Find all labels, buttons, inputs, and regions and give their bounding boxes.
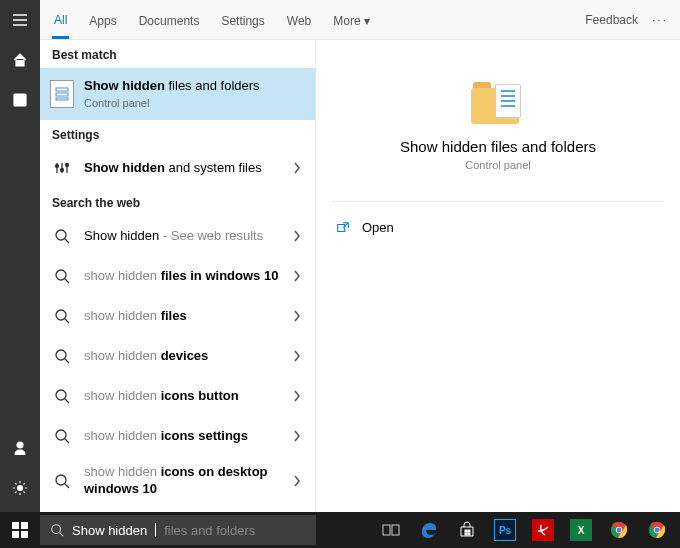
search-icon [50,469,74,493]
svg-rect-31 [468,533,470,535]
svg-rect-9 [56,98,68,100]
tab-documents[interactable]: Documents [137,2,202,37]
chevron-right-icon [289,430,305,442]
search-icon [50,523,64,537]
chevron-right-icon [289,310,305,322]
chevron-right-icon [289,270,305,282]
web-result[interactable]: show hidden icons settings [40,416,315,456]
preview-title: Show hidden files and folders [400,138,596,155]
svg-rect-8 [56,93,68,96]
chevron-right-icon [289,475,305,487]
search-icon [50,224,74,248]
results-list: Best match Show hidden files and folders… [40,40,316,512]
svg-point-18 [56,430,66,440]
tab-apps[interactable]: Apps [87,2,118,37]
search-icon [50,344,74,368]
photoshop-icon[interactable]: Ps [486,512,524,548]
tab-settings[interactable]: Settings [219,2,266,37]
web-result[interactable]: show hidden files in windows 10 [40,256,315,296]
svg-rect-21 [12,522,19,529]
search-icon [50,264,74,288]
chevron-right-icon [289,230,305,242]
svg-point-14 [56,270,66,280]
svg-rect-27 [392,525,399,535]
section-settings: Settings [40,120,315,148]
excel-icon[interactable]: X [562,512,600,548]
control-panel-icon [50,80,74,108]
chevron-down-icon: ▾ [364,14,370,28]
svg-rect-24 [21,531,28,538]
svg-point-11 [61,169,64,172]
chrome-icon[interactable] [638,512,676,548]
open-action[interactable]: Open [332,212,664,243]
windows-icon [12,522,28,538]
svg-point-2 [17,442,23,448]
start-button[interactable] [0,512,40,548]
taskview-icon[interactable] [372,512,410,548]
svg-rect-30 [465,533,467,535]
filter-tabs: All Apps Documents Settings Web More ▾ F… [40,0,680,40]
section-best-match: Best match [40,40,315,68]
user-icon[interactable] [0,428,40,468]
web-result[interactable]: show hidden icons on desktop windows 10 [40,456,315,506]
search-icon [50,384,74,408]
svg-rect-29 [468,530,470,532]
best-match-result[interactable]: Show hidden files and folders Control pa… [40,68,315,120]
svg-point-3 [18,486,23,491]
chevron-right-icon [289,162,305,174]
svg-point-34 [617,528,622,533]
svg-point-25 [52,525,61,534]
search-icon [50,424,74,448]
tab-web[interactable]: Web [285,2,313,37]
web-result[interactable]: Show hidden - See web results [40,216,315,256]
svg-point-15 [56,310,66,320]
open-icon [336,221,350,235]
best-match-subtitle: Control panel [84,96,305,110]
tab-all[interactable]: All [52,1,69,39]
svg-point-10 [56,165,59,168]
tab-more[interactable]: More ▾ [331,2,372,37]
svg-point-17 [56,390,66,400]
clock-icon[interactable] [0,80,40,120]
chevron-right-icon [289,390,305,402]
folder-icon [471,80,525,126]
taskbar-apps: Ps X [372,512,680,548]
left-rail [0,0,40,548]
preview-pane: Show hidden files and folders Control pa… [316,40,680,512]
divider [332,201,664,202]
web-result[interactable]: show hidden devices [40,336,315,376]
svg-point-1 [19,99,22,102]
chrome-icon[interactable] [600,512,638,548]
svg-rect-22 [21,522,28,529]
svg-point-16 [56,350,66,360]
home-icon[interactable] [0,40,40,80]
more-options-icon[interactable]: ··· [652,13,668,27]
svg-point-12 [66,164,69,167]
chevron-right-icon [289,350,305,362]
svg-rect-23 [12,531,19,538]
feedback-link[interactable]: Feedback [585,13,638,27]
svg-rect-26 [383,525,390,535]
search-input[interactable]: Show hidden files and folders [40,515,316,545]
store-icon[interactable] [448,512,486,548]
svg-rect-28 [465,530,467,532]
taskbar: Show hidden files and folders Ps X [0,512,680,548]
search-icon [50,304,74,328]
edge-icon[interactable] [410,512,448,548]
gear-icon[interactable] [0,468,40,508]
web-result[interactable]: show hidden files [40,296,315,336]
svg-point-19 [56,475,66,485]
svg-point-37 [655,528,660,533]
section-web: Search the web [40,188,315,216]
web-result[interactable]: show hidden icons button [40,376,315,416]
search-panel: All Apps Documents Settings Web More ▾ F… [40,0,680,512]
svg-rect-7 [56,88,68,91]
settings-result[interactable]: Show hidden and system files [40,148,315,188]
preview-subtitle: Control panel [465,159,530,171]
svg-point-13 [56,230,66,240]
sliders-icon [50,156,74,180]
acrobat-icon[interactable] [524,512,562,548]
menu-icon[interactable] [0,0,40,40]
